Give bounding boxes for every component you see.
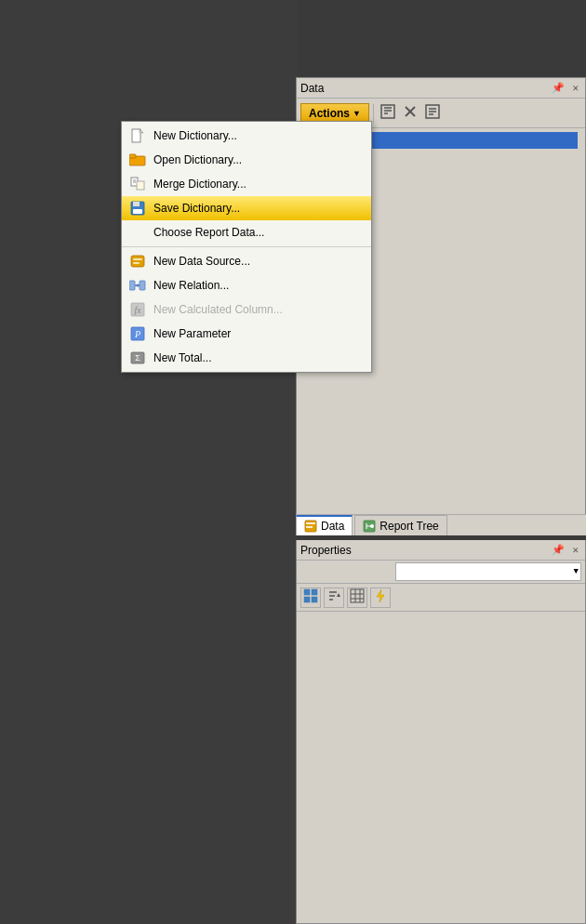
svg-rect-24 (133, 262, 140, 264)
toolbar-extra-button[interactable] (422, 102, 443, 124)
svg-rect-26 (140, 281, 145, 290)
properties-close-icon[interactable]: ✕ (569, 543, 581, 557)
toolbar-separator (373, 104, 374, 123)
data-panel-titlebar: Data 📌 ✕ (297, 78, 585, 99)
svg-rect-36 (306, 522, 315, 524)
svg-rect-22 (131, 256, 144, 267)
sorted-button[interactable] (324, 587, 344, 608)
total-icon: Σ (129, 350, 146, 366)
svg-rect-21 (133, 209, 142, 214)
menu-item-new-total-label: New Total... (153, 351, 211, 364)
properties-title: Properties (300, 544, 352, 557)
menu-item-new-calculated-column-label: New Calculated Column... (153, 303, 283, 316)
data-panel-title: Data (300, 82, 324, 95)
menu-item-save-dictionary[interactable]: Save Dictionary... (122, 196, 371, 220)
properties-dropdown-row: ▼ (297, 561, 585, 584)
lightning-icon (373, 588, 388, 606)
pin-icon[interactable]: 📌 (549, 81, 567, 95)
toolbar-edit-button[interactable] (378, 102, 398, 124)
svg-rect-44 (312, 589, 317, 595)
menu-item-merge-dictionary-label: Merge Dictionary... (153, 178, 246, 191)
tab-data-label: Data (321, 520, 344, 533)
properties-dropdown[interactable]: ▼ (395, 562, 581, 581)
menu-item-new-relation[interactable]: New Relation... (122, 273, 371, 297)
svg-rect-14 (129, 154, 136, 158)
svg-rect-0 (381, 105, 394, 118)
delete-icon (403, 104, 418, 119)
data-tab-icon (304, 520, 317, 533)
grid-button[interactable] (347, 587, 367, 608)
menu-item-new-data-source-label: New Data Source... (153, 255, 250, 268)
svg-rect-16 (137, 181, 144, 190)
sorted-icon (326, 588, 341, 606)
menu-item-open-dictionary[interactable]: Open Dictionary... (122, 148, 371, 172)
properties-toolbar (297, 584, 585, 612)
new-doc-icon (129, 127, 146, 144)
menu-item-choose-report-data-label: Choose Report Data... (153, 226, 264, 239)
lightning-button[interactable] (370, 587, 391, 608)
tab-report-tree-label: Report Tree (380, 520, 438, 533)
svg-text:Σ: Σ (135, 353, 140, 363)
relation-icon (129, 277, 146, 294)
menu-item-new-calculated-column: fx New Calculated Column... (122, 297, 371, 322)
calc-icon: fx (129, 301, 146, 318)
actions-label: Actions (309, 107, 350, 120)
toolbar-delete-button[interactable] (400, 102, 420, 124)
menu-item-save-dictionary-label: Save Dictionary... (153, 202, 240, 215)
menu-item-new-parameter[interactable]: P New Parameter (122, 322, 371, 346)
svg-rect-23 (133, 258, 142, 260)
dropdown-arrow-icon: ▼ (574, 567, 579, 576)
svg-rect-42 (304, 589, 310, 595)
edit-icon (380, 104, 395, 119)
merge-icon (129, 176, 146, 192)
categorized-icon (303, 588, 318, 606)
datasource-icon (129, 253, 146, 270)
close-icon[interactable]: ✕ (569, 81, 581, 95)
menu-item-new-relation-label: New Relation... (153, 279, 229, 292)
save-icon (129, 200, 146, 217)
svg-rect-25 (129, 281, 135, 290)
svg-point-28 (137, 284, 140, 287)
menu-item-new-total[interactable]: Σ New Total... (122, 346, 371, 370)
extra-icon (425, 104, 440, 119)
properties-titlebar: Properties 📌 ✕ (297, 540, 585, 561)
svg-rect-37 (306, 526, 313, 528)
menu-item-merge-dictionary[interactable]: Merge Dictionary... (122, 172, 371, 196)
menu-item-new-parameter-label: New Parameter (153, 327, 231, 340)
menu-item-open-dictionary-label: Open Dictionary... (153, 153, 242, 166)
properties-pin-icon[interactable]: 📌 (549, 543, 567, 557)
tab-report-tree[interactable]: Report Tree (354, 515, 446, 535)
svg-marker-55 (377, 589, 384, 602)
actions-dropdown-menu: New Dictionary... Open Dictionary... Mer… (121, 121, 372, 373)
folder-icon (129, 152, 146, 168)
tree-tab-icon (363, 520, 376, 533)
bottom-tabs: Data Report Tree (296, 514, 586, 535)
grid-icon (350, 588, 365, 606)
menu-item-new-dictionary[interactable]: New Dictionary... (122, 124, 371, 148)
svg-rect-43 (304, 597, 310, 602)
actions-arrow: ▼ (353, 109, 361, 118)
svg-rect-45 (312, 597, 317, 602)
svg-marker-49 (337, 593, 340, 597)
menu-separator-1 (122, 246, 371, 247)
data-panel-titlebar-icons: 📌 ✕ (549, 81, 581, 95)
svg-rect-20 (133, 202, 140, 206)
svg-text:fx: fx (134, 305, 141, 315)
menu-item-new-dictionary-label: New Dictionary... (153, 129, 237, 142)
properties-panel: Properties 📌 ✕ ▼ (296, 540, 586, 924)
svg-rect-50 (351, 589, 364, 602)
menu-item-choose-report-data[interactable]: Choose Report Data... (122, 220, 371, 244)
tab-data[interactable]: Data (296, 515, 353, 535)
svg-text:P: P (134, 329, 140, 339)
categorized-button[interactable] (300, 587, 321, 608)
properties-titlebar-icons: 📌 ✕ (549, 543, 581, 557)
choose-report-icon (129, 224, 146, 241)
param-icon: P (129, 325, 146, 342)
menu-item-new-data-source[interactable]: New Data Source... (122, 249, 371, 273)
svg-rect-10 (132, 129, 140, 142)
svg-point-41 (370, 524, 374, 528)
